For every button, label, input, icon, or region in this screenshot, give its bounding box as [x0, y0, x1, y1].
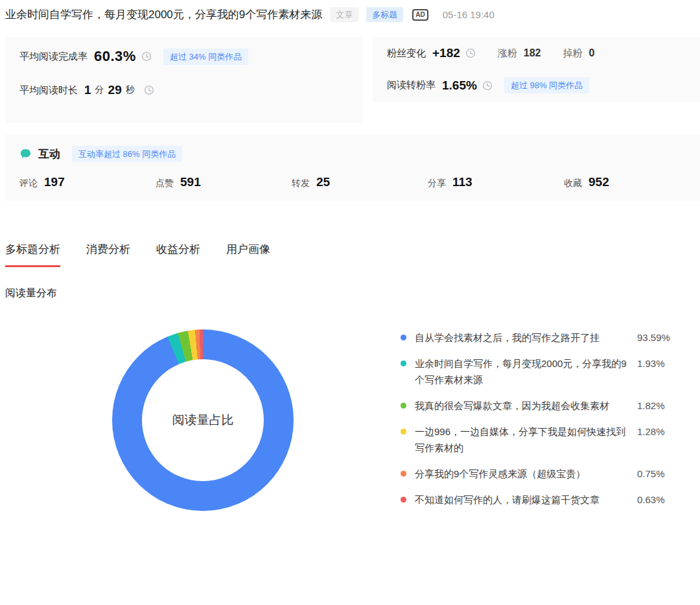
clock-icon	[482, 80, 493, 91]
legend-title: 不知道如何写作的人，请刷爆这篇干货文章	[415, 492, 629, 508]
interaction-stat-label: 点赞	[156, 178, 174, 189]
duration-minutes: 1	[84, 83, 91, 97]
interaction-stat: 评论197	[19, 175, 156, 189]
fan-loss-label: 掉粉	[563, 47, 583, 60]
interaction-stats: 评论197点赞591转发25分享113收藏952	[19, 175, 700, 189]
interaction-header: 互动 互动率超过 86% 同类作品	[19, 146, 700, 162]
section-title: 阅读量分布	[5, 287, 700, 300]
interaction-stat-value: 591	[180, 175, 201, 189]
tab-4[interactable]: 用户画像	[226, 242, 270, 267]
legend-percent: 1.28%	[637, 423, 665, 440]
donut-center-label: 阅读量占比	[172, 412, 234, 429]
chat-bubble-icon	[19, 148, 32, 160]
seconds-unit: 秒	[126, 84, 135, 96]
duration-seconds: 29	[108, 83, 122, 97]
fan-loss-value: 0	[589, 47, 595, 59]
interaction-badge: 互动率超过 86% 同类作品	[72, 146, 182, 162]
tab-1[interactable]: 多标题分析	[5, 242, 60, 267]
article-type-badge: 文章	[330, 7, 358, 22]
donut-wrap: 阅读量占比	[112, 329, 294, 511]
interaction-stat-label: 收藏	[564, 178, 582, 189]
legend-item[interactable]: 不知道如何写作的人，请刷爆这篇干货文章0.63%	[401, 492, 686, 508]
interaction-stat-value: 113	[452, 175, 472, 189]
fan-gain-value: 182	[524, 47, 541, 59]
legend-percent: 93.59%	[637, 329, 670, 346]
stats-panels: 平均阅读完成率 60.3% 超过 34% 同类作品 平均阅读时长 1 分 29 …	[5, 37, 700, 123]
donut-hole: 阅读量占比	[142, 359, 264, 481]
completion-rate-badge: 超过 34% 同类作品	[163, 49, 248, 65]
interaction-stat-value: 25	[316, 175, 330, 189]
clock-icon	[141, 51, 152, 62]
interaction-stat: 分享113	[428, 175, 564, 189]
legend-dot-icon	[401, 361, 406, 366]
legend-title: 我真的很会写爆款文章，因为我超会收集素材	[415, 397, 629, 414]
legend-percent: 0.75%	[637, 466, 665, 482]
completion-rate-row: 平均阅读完成率 60.3% 超过 34% 同类作品	[19, 48, 349, 65]
legend-percent: 1.93%	[637, 355, 665, 372]
read-duration-row: 平均阅读时长 1 分 29 秒	[19, 83, 349, 97]
read-distribution-chart: 阅读量占比 自从学会找素材之后，我的写作之路开了挂93.59%业余时间自学写作，…	[0, 329, 700, 517]
legend-title: 业余时间自学写作，每月变现2000元，分享我的9个写作素材来源	[415, 355, 629, 388]
completion-rate-value: 60.3%	[94, 48, 136, 65]
interaction-stat-label: 转发	[292, 178, 310, 189]
read-duration-label: 平均阅读时长	[19, 84, 78, 97]
legend-title: 分享我的9个写作灵感来源（超级宝贵）	[415, 466, 629, 482]
legend-dot-icon	[401, 471, 406, 477]
conversion-rate-row: 阅读转粉率 1.65% 超过 98% 同类作品	[387, 77, 686, 93]
read-stats-panel: 平均阅读完成率 60.3% 超过 34% 同类作品 平均阅读时长 1 分 29 …	[5, 37, 363, 123]
legend-dot-icon	[401, 497, 406, 503]
legend-item[interactable]: 自从学会找素材之后，我的写作之路开了挂93.59%	[401, 329, 686, 346]
fan-gain-label: 涨粉	[498, 47, 517, 60]
completion-rate-label: 平均阅读完成率	[19, 51, 88, 63]
legend-item[interactable]: 分享我的9个写作灵感来源（超级宝贵）0.75%	[401, 466, 686, 482]
clock-icon	[144, 85, 154, 95]
fan-change-value: +182	[432, 46, 460, 60]
legend-item[interactable]: 一边996，一边自媒体，分享下我是如何快速找到写作素材的1.28%	[401, 423, 686, 456]
interaction-stat-value: 197	[44, 175, 65, 189]
fan-stats-panel: 粉丝变化 +182 涨粉 182 掉粉 0 阅读转粉率 1.65% 超过 98%…	[373, 37, 700, 102]
tab-3[interactable]: 收益分析	[156, 242, 200, 267]
chart-legend: 自从学会找素材之后，我的写作之路开了挂93.59%业余时间自学写作，每月变现20…	[401, 329, 686, 517]
interaction-stat-label: 分享	[428, 178, 446, 189]
legend-dot-icon	[401, 429, 406, 434]
tabs: 多标题分析消费分析收益分析用户画像	[5, 242, 700, 267]
multi-title-badge: 多标题	[366, 7, 403, 22]
interaction-stat-value: 952	[589, 175, 609, 189]
clock-icon	[465, 48, 476, 58]
interaction-panel: 互动 互动率超过 86% 同类作品 评论197点赞591转发25分享113收藏9…	[5, 135, 700, 201]
legend-item[interactable]: 业余时间自学写作，每月变现2000元，分享我的9个写作素材来源1.93%	[401, 355, 686, 388]
tab-2[interactable]: 消费分析	[86, 242, 130, 267]
ad-icon: AD	[412, 9, 428, 21]
fan-change-row: 粉丝变化 +182 涨粉 182 掉粉 0	[387, 46, 686, 60]
interaction-stat: 收藏952	[564, 175, 700, 189]
interaction-stat: 转发25	[292, 175, 428, 189]
legend-percent: 1.82%	[637, 397, 665, 414]
article-title: 业余时间自学写作，每月变现2000元，分享我的9个写作素材来源	[5, 7, 322, 22]
publish-datetime: 05-16 19:40	[443, 9, 495, 20]
legend-title: 自从学会找素材之后，我的写作之路开了挂	[415, 329, 629, 346]
legend-dot-icon	[401, 403, 406, 409]
conversion-rate-label: 阅读转粉率	[387, 79, 436, 91]
legend-dot-icon	[401, 335, 406, 340]
article-header: 业余时间自学写作，每月变现2000元，分享我的9个写作素材来源 文章 多标题 A…	[0, 0, 700, 23]
interaction-stat-label: 评论	[19, 178, 38, 189]
legend-percent: 0.63%	[637, 492, 665, 508]
legend-item[interactable]: 我真的很会写爆款文章，因为我超会收集素材1.82%	[401, 397, 686, 414]
interaction-stat: 点赞591	[156, 175, 292, 189]
minutes-unit: 分	[95, 84, 104, 96]
conversion-rate-badge: 超过 98% 同类作品	[504, 77, 589, 93]
fan-change-label: 粉丝变化	[387, 47, 426, 60]
conversion-rate-value: 1.65%	[442, 78, 477, 93]
interaction-title: 互动	[38, 147, 60, 161]
legend-title: 一边996，一边自媒体，分享下我是如何快速找到写作素材的	[415, 423, 629, 456]
